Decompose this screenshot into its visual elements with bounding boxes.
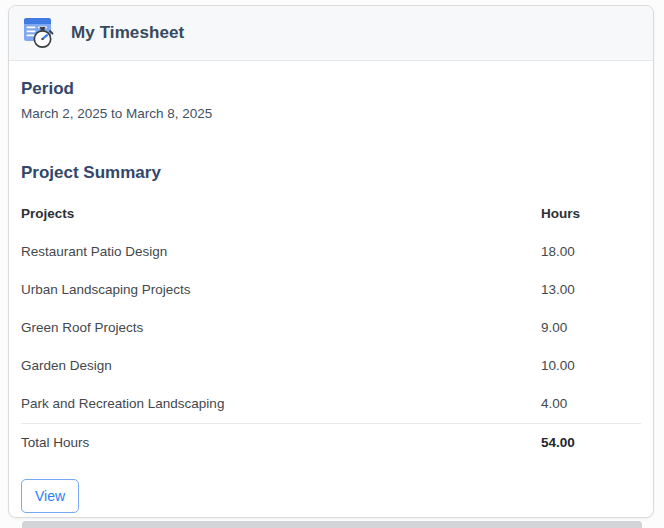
project-name: Urban Landscaping Projects	[21, 282, 541, 297]
project-name: Garden Design	[21, 358, 541, 373]
view-button[interactable]: View	[21, 479, 79, 513]
card-header: My Timesheet	[9, 6, 653, 61]
project-name: Park and Recreation Landscaping	[21, 396, 541, 411]
total-label: Total Hours	[21, 435, 541, 450]
column-header-hours: Hours	[541, 206, 641, 221]
my-timesheet-card: My Timesheet Period March 2, 2025 to Mar…	[8, 5, 654, 518]
next-widget-edge	[22, 521, 642, 528]
project-hours: 9.00	[541, 320, 641, 335]
project-name: Green Roof Projects	[21, 320, 541, 335]
project-hours: 10.00	[541, 358, 641, 373]
total-row: Total Hours 54.00	[21, 423, 641, 462]
table-row: Green Roof Projects 9.00	[21, 309, 641, 347]
project-hours: 4.00	[541, 396, 641, 411]
period-range: March 2, 2025 to March 8, 2025	[21, 107, 641, 122]
table-row: Urban Landscaping Projects 13.00	[21, 271, 641, 309]
card-body: Period March 2, 2025 to March 8, 2025 Pr…	[9, 80, 653, 513]
table-row: Restaurant Patio Design 18.00	[21, 233, 641, 271]
project-summary-table: Projects Hours Restaurant Patio Design 1…	[21, 195, 641, 462]
total-hours: 54.00	[541, 435, 641, 450]
column-header-projects: Projects	[21, 206, 541, 221]
project-name: Restaurant Patio Design	[21, 244, 541, 259]
project-hours: 13.00	[541, 282, 641, 297]
table-header-row: Projects Hours	[21, 195, 641, 233]
project-summary-heading: Project Summary	[21, 164, 641, 182]
project-hours: 18.00	[541, 244, 641, 259]
timesheet-table-stopwatch-icon	[23, 17, 59, 50]
card-title: My Timesheet	[71, 23, 184, 43]
table-row: Park and Recreation Landscaping 4.00	[21, 385, 641, 423]
period-heading: Period	[21, 80, 641, 98]
table-row: Garden Design 10.00	[21, 347, 641, 385]
